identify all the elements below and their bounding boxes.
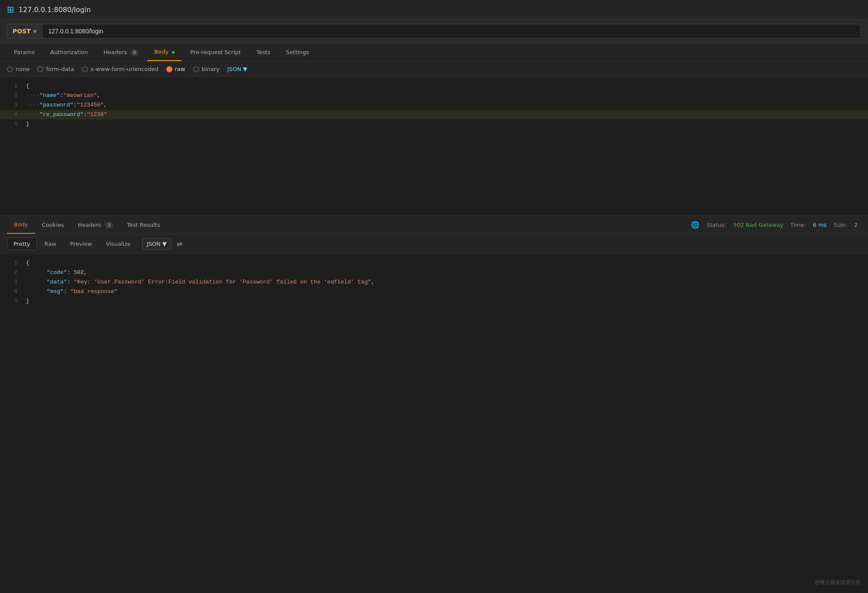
resp-tab-test-results[interactable]: Test Results <box>120 216 167 233</box>
url-input[interactable] <box>42 24 862 39</box>
code-line-5: 5 } <box>0 119 868 129</box>
body-type-bar: none form-data x-www-form-urlencoded raw… <box>0 61 868 77</box>
method-label: POST <box>13 28 31 35</box>
body-type-form-data[interactable]: form-data <box>37 66 74 72</box>
view-tab-preview[interactable]: Preview <box>64 238 98 250</box>
tab-pre-request[interactable]: Pre-request Script <box>183 44 248 61</box>
resp-tab-headers[interactable]: Headers 3 <box>71 216 120 233</box>
watermark: @稀土掘金技术社区 <box>814 579 861 586</box>
app-icon: ⊞ <box>7 4 14 15</box>
response-tabs-left: Body Cookies Headers 3 Test Results <box>7 216 691 234</box>
tab-body[interactable]: Body <box>147 43 181 61</box>
resp-headers-badge: 3 <box>105 222 113 229</box>
top-bar: ⊞ 127.0.0.1:8080/login <box>0 0 868 19</box>
radio-none[interactable] <box>7 66 13 72</box>
tab-settings[interactable]: Settings <box>279 44 316 61</box>
body-dot-indicator <box>172 51 175 54</box>
view-tab-pretty[interactable]: Pretty <box>7 238 37 250</box>
code-line-2: 2 ····"name":"meowrian", <box>0 91 868 100</box>
tab-params[interactable]: Params <box>7 44 42 61</box>
response-tabs-bar: Body Cookies Headers 3 Test Results 🌐 St… <box>0 216 868 234</box>
view-tab-raw[interactable]: Raw <box>39 238 62 250</box>
radio-binary[interactable] <box>193 66 199 72</box>
body-type-none[interactable]: none <box>7 66 29 72</box>
radio-urlencoded[interactable] <box>82 66 88 72</box>
resp-tab-body[interactable]: Body <box>7 216 35 234</box>
chevron-down-icon: ▼ <box>243 66 247 72</box>
method-select[interactable]: POST ▼ <box>7 24 42 39</box>
response-meta: 🌐 Status: 502 Bad Gateway Time: 6 ms Siz… <box>691 221 861 229</box>
code-line-3: 3 ····"password":"123456", <box>0 100 868 110</box>
headers-badge: 8 <box>130 49 139 56</box>
chevron-down-icon: ▼ <box>33 29 37 34</box>
tab-tests[interactable]: Tests <box>249 44 277 61</box>
body-type-urlencoded[interactable]: x-www-form-urlencoded <box>82 66 159 72</box>
resp-code-line-1: 1 { <box>0 258 868 268</box>
response-code-editor: 1 { 2 "code": 502, 3 "data": "Key: 'User… <box>0 254 868 349</box>
code-line-1: 1 { <box>0 81 868 91</box>
json-format-dropdown[interactable]: JSON ▼ <box>227 66 247 72</box>
view-tab-visualize[interactable]: Visualize <box>100 238 137 250</box>
resp-code-line-5: 5 } <box>0 296 868 306</box>
resp-code-line-3: 3 "data": "Key: 'User.Password' Error:Fi… <box>0 277 868 287</box>
response-format-select[interactable]: JSON ▼ <box>142 238 172 250</box>
tab-authorization[interactable]: Authorization <box>43 44 95 61</box>
tab-headers[interactable]: Headers 8 <box>97 44 146 61</box>
resp-code-line-2: 2 "code": 502, <box>0 268 868 277</box>
request-tabs: Params Authorization Headers 8 Body Pre-… <box>0 43 868 61</box>
request-code-editor[interactable]: 1 { 2 ····"name":"meowrian", 3 ····"pass… <box>0 77 868 216</box>
body-type-binary[interactable]: binary <box>193 66 220 72</box>
chevron-down-icon: ▼ <box>162 241 167 247</box>
wrap-lines-icon[interactable]: ⇌ <box>177 240 182 248</box>
top-bar-url: 127.0.0.1:8080/login <box>19 6 91 14</box>
body-type-raw[interactable]: raw <box>166 66 185 72</box>
resp-code-line-4: 4 "msg": "bad response" <box>0 287 868 296</box>
radio-raw[interactable] <box>166 66 172 72</box>
resp-tab-cookies[interactable]: Cookies <box>35 216 71 233</box>
view-tabs-bar: Pretty Raw Preview Visualize JSON ▼ ⇌ <box>0 234 868 254</box>
radio-form-data[interactable] <box>37 66 43 72</box>
code-line-4: 4 ····"re_password":"1236" <box>0 110 868 119</box>
request-bar: POST ▼ <box>0 19 868 43</box>
globe-icon: 🌐 <box>691 221 700 229</box>
